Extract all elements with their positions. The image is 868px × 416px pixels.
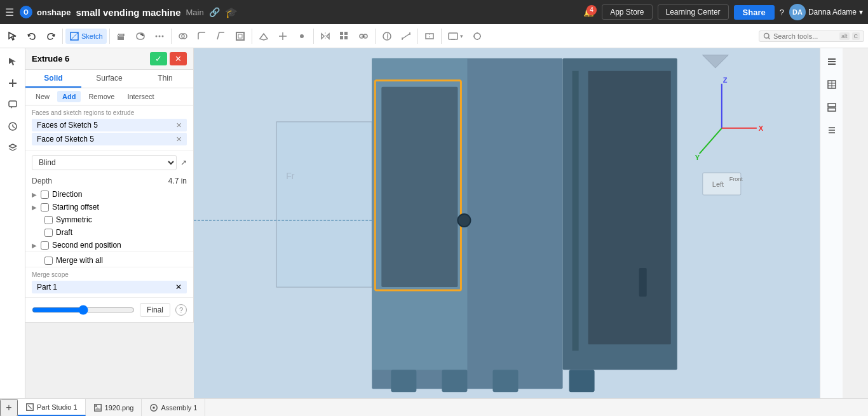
chamfer-button[interactable] [212, 29, 230, 44]
select-tool-button[interactable] [4, 29, 22, 44]
symmetric-label: Symmetric [56, 215, 92, 224]
subtab-intersect[interactable]: Intersect [122, 91, 159, 102]
crosshair-icon [472, 31, 482, 41]
confirm-button[interactable]: ✓ [150, 52, 167, 65]
svg-line-58 [13, 149, 17, 151]
redo-button[interactable] [42, 29, 60, 44]
user-dropdown-icon: ▾ [859, 8, 863, 17]
point-icon [297, 31, 307, 41]
fillet-button[interactable] [193, 29, 211, 44]
direction-chevron[interactable]: ▶ [32, 191, 37, 198]
revolve-button[interactable] [132, 29, 149, 44]
tab-surface[interactable]: Surface [81, 70, 137, 88]
starting-offset-chevron[interactable]: ▶ [32, 204, 37, 211]
display-button[interactable]: ▾ [444, 29, 467, 44]
end-condition-select[interactable]: Blind Through all Up to face [32, 155, 177, 170]
panel-header: Extrude 6 ✓ ✕ [25, 48, 193, 70]
clock-icon [8, 121, 18, 131]
tab-thin[interactable]: Thin [137, 70, 193, 88]
face-item-1: Faces of Sketch 5 ✕ [32, 119, 187, 131]
flip-direction-icon[interactable]: ↗ [180, 158, 187, 167]
canvas-area: Z Y X Left Front Fr [194, 48, 843, 398]
comment-icon [8, 100, 18, 110]
face-item-2-remove[interactable]: ✕ [176, 135, 182, 144]
separator-3 [171, 29, 172, 44]
more-icon [154, 31, 165, 41]
shell-button[interactable] [231, 29, 249, 44]
subtab-remove[interactable]: Remove [83, 91, 119, 102]
direction-checkbox-label: Direction [41, 190, 82, 199]
draft-checkbox[interactable] [44, 229, 53, 237]
appstore-button[interactable]: App Store [602, 4, 652, 20]
mirror-button[interactable] [316, 29, 334, 44]
sidebar-layer-button[interactable] [3, 138, 22, 158]
sketch-button[interactable]: Sketch [65, 29, 107, 44]
direction-checkbox[interactable] [41, 191, 49, 199]
panel-help-button[interactable]: ? [175, 304, 187, 316]
boolean-button[interactable] [174, 29, 192, 44]
panel-title: Extrude 6 [32, 54, 69, 64]
chamfer-icon [216, 31, 226, 41]
cancel-button[interactable]: ✕ [170, 52, 187, 65]
second-end-chevron[interactable]: ▶ [32, 242, 37, 249]
search-kbd-c: C [852, 32, 860, 40]
tab-assembly[interactable]: Assembly 1 [142, 399, 205, 416]
section-button[interactable] [421, 29, 438, 44]
face-item-1-remove[interactable]: ✕ [176, 121, 182, 130]
user-menu[interactable]: DA Danna Adame ▾ [789, 4, 863, 20]
measure-button[interactable] [397, 29, 415, 44]
sidebar-add-button[interactable] [3, 74, 22, 93]
svg-rect-73 [639, 268, 647, 297]
revolve-icon [135, 31, 146, 41]
view-checklist-button[interactable] [822, 121, 841, 140]
appearance-button[interactable] [378, 29, 396, 44]
notifications-button[interactable]: 🔔 4 [581, 5, 597, 20]
tab-solid[interactable]: Solid [25, 70, 81, 88]
svg-marker-2 [9, 32, 16, 40]
help-button[interactable]: ? [780, 8, 784, 17]
image-icon [93, 403, 102, 412]
svg-line-99 [28, 405, 31, 408]
display-dropdown-icon: ▾ [460, 33, 463, 39]
axis-button[interactable] [274, 29, 292, 44]
view-settings-button[interactable] [822, 52, 841, 71]
learning-center-button[interactable]: Learning Center [658, 4, 729, 20]
mate-button[interactable] [355, 29, 372, 44]
starting-offset-label: Starting offset [52, 203, 99, 211]
3d-viewport[interactable]: Z Y X Left Front Fr [194, 48, 843, 398]
extrude-button[interactable] [112, 29, 130, 44]
subtab-new[interactable]: New [31, 91, 55, 102]
undo-button[interactable] [23, 29, 41, 44]
operation-tabs: New Add Remove Intersect [25, 88, 193, 105]
sketch-icon [69, 31, 79, 41]
search-input[interactable] [773, 32, 837, 40]
svg-rect-36 [449, 33, 458, 39]
plane-button[interactable] [255, 29, 273, 44]
add-tab-button[interactable]: + [0, 399, 18, 417]
merge-scope-remove[interactable]: ✕ [175, 283, 182, 292]
hamburger-icon[interactable]: ☰ [5, 6, 14, 18]
preview-slider[interactable] [32, 305, 135, 315]
sidebar-comment-button[interactable] [3, 95, 22, 114]
pattern-icon [339, 31, 349, 41]
more-features-button[interactable] [151, 29, 168, 44]
starting-offset-checkbox[interactable] [41, 203, 49, 211]
subtab-add[interactable]: Add [57, 91, 81, 102]
tab-part-studio[interactable]: Part Studio 1 [18, 399, 86, 416]
merge-with-all-checkbox[interactable] [44, 257, 53, 265]
avatar: DA [789, 4, 806, 20]
view-table-button[interactable] [822, 75, 841, 94]
tab-image[interactable]: 1920.png [86, 399, 142, 416]
svg-text:Y: Y [695, 154, 700, 161]
pattern-button[interactable] [336, 29, 353, 44]
symmetric-checkbox[interactable] [44, 216, 53, 224]
starting-offset-checkbox-label: Starting offset [41, 203, 99, 211]
final-button[interactable]: Final [140, 303, 170, 317]
view-config-button[interactable] [822, 98, 841, 117]
sidebar-history-button[interactable] [3, 117, 22, 136]
point-button[interactable] [293, 29, 311, 44]
second-end-checkbox[interactable] [41, 241, 49, 250]
crosshair-button[interactable] [468, 29, 486, 44]
sidebar-select-button[interactable] [3, 52, 22, 71]
share-button[interactable]: Share [734, 5, 775, 20]
